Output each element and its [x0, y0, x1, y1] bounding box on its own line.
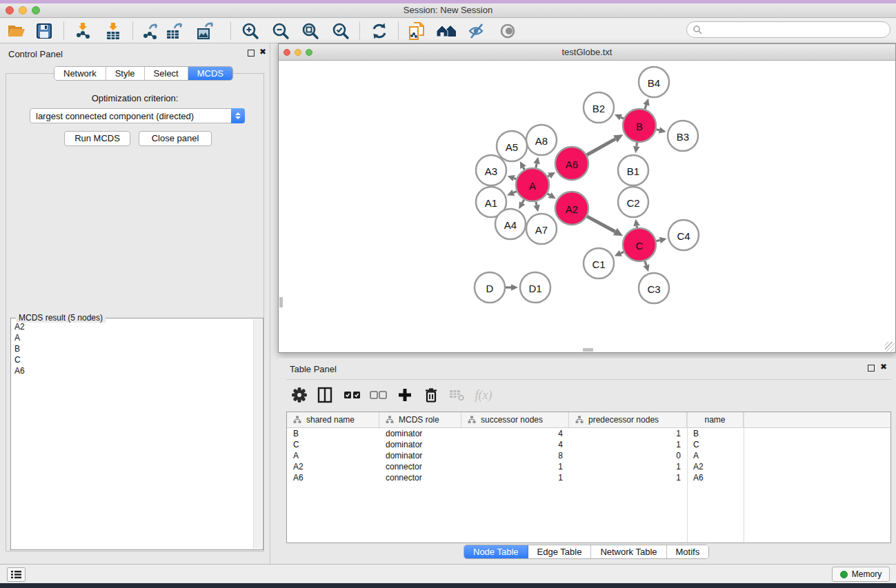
result-item[interactable]: A6 — [12, 365, 253, 376]
export-table-icon[interactable] — [162, 20, 186, 41]
table-cell[interactable]: 0 — [569, 450, 687, 461]
select-all-checkboxes-icon[interactable] — [341, 383, 364, 407]
table-cell[interactable]: 1 — [569, 439, 687, 450]
copy-network-document-icon[interactable] — [405, 20, 428, 41]
graph-edge-B-B2[interactable] — [621, 117, 624, 119]
table-row[interactable]: A6connector11A6 — [287, 472, 890, 483]
import-table-icon[interactable] — [101, 20, 125, 41]
column-header-successor-nodes[interactable]: successor nodes — [461, 412, 569, 427]
float-panel-icon[interactable] — [248, 50, 255, 57]
graph-edge-A-A6[interactable] — [548, 176, 550, 176]
table-cell[interactable]: dominator — [379, 428, 461, 439]
table-cell[interactable]: C — [687, 439, 744, 450]
export-network-icon[interactable] — [139, 20, 162, 41]
result-list-scrollbar[interactable] — [253, 319, 262, 549]
tab-network[interactable]: Network — [54, 67, 106, 80]
table-cell[interactable]: C — [287, 439, 379, 450]
table-cell[interactable]: connector — [379, 472, 461, 483]
table-cell[interactable]: dominator — [379, 450, 461, 461]
network-minimize-button[interactable] — [295, 49, 301, 56]
column-header-shared-name[interactable]: shared name — [287, 412, 379, 427]
run-mcds-button[interactable]: Run MCDS — [64, 131, 130, 146]
table-cell[interactable]: 1 — [461, 461, 569, 472]
add-row-icon[interactable] — [393, 383, 417, 407]
tab-mcds[interactable]: MCDS — [188, 67, 232, 80]
network-graph[interactable]: B4B2BB3A8A5A6A3B1AA1C2A2A4A7C4CC1C3DD1 — [279, 61, 895, 352]
save-icon[interactable] — [32, 20, 56, 41]
network-zoom-button[interactable] — [306, 49, 312, 56]
table-cell[interactable]: 4 — [461, 439, 569, 450]
column-header-predecessor-nodes[interactable]: predecessor nodes — [569, 412, 687, 427]
search-input[interactable] — [702, 23, 890, 36]
zoom-window-button[interactable] — [32, 6, 40, 14]
memory-button[interactable]: Memory — [832, 567, 890, 582]
close-panel-button[interactable]: Close panel — [139, 131, 212, 146]
graph-edge-A-A2[interactable] — [547, 194, 550, 195]
graph-edge-A2-C[interactable] — [587, 216, 615, 232]
open-folder-icon[interactable] — [5, 20, 28, 41]
home-icon[interactable] — [435, 20, 458, 41]
close-table-panel-icon[interactable]: ✖ — [880, 362, 887, 372]
close-panel-icon[interactable]: ✖ — [259, 47, 266, 57]
search-field[interactable] — [686, 21, 890, 38]
table-cell[interactable]: 1 — [569, 461, 687, 472]
network-close-button[interactable] — [283, 49, 290, 56]
float-table-panel-icon[interactable] — [868, 365, 875, 372]
graph-edge-C-C3[interactable] — [645, 261, 646, 265]
result-item[interactable]: C — [12, 354, 253, 365]
graph-edge-A6-B[interactable] — [587, 139, 615, 155]
table-cell[interactable]: 4 — [461, 428, 569, 439]
optimization-criterion-dropdown[interactable]: largest connected component (directed) — [30, 108, 245, 123]
network-vertical-scroll-thumb[interactable] — [279, 297, 283, 307]
result-item[interactable]: A2 — [12, 321, 253, 332]
table-cell[interactable]: A6 — [287, 472, 379, 483]
table-body[interactable]: Bdominator41BCdominator41CAdominator80AA… — [287, 428, 890, 543]
graph-edge-C-C1[interactable] — [621, 252, 624, 253]
tab-edge-table[interactable]: Edge Table — [528, 545, 592, 558]
network-canvas[interactable]: B4B2BB3A8A5A6A3B1AA1C2A2A4A7C4CC1C3DD1 — [279, 61, 895, 352]
refresh-icon[interactable] — [368, 20, 391, 41]
mcds-result-list[interactable]: A2ABCA6 — [12, 321, 253, 549]
table-row[interactable]: Adominator80A — [287, 450, 890, 461]
graph-edge-A-A5[interactable] — [524, 168, 525, 170]
column-header-mcds-role[interactable]: MCDS role — [379, 412, 461, 427]
graph-edge-A-A7[interactable] — [536, 201, 537, 205]
tab-style[interactable]: Style — [106, 67, 145, 80]
zoom-fit-icon[interactable] — [299, 20, 322, 41]
deselect-all-checkboxes-icon[interactable] — [367, 383, 390, 407]
graph-edge-A-A3[interactable] — [514, 179, 516, 179]
table-row[interactable]: Cdominator41C — [287, 439, 890, 450]
task-history-button[interactable] — [7, 567, 26, 582]
table-cell[interactable]: A6 — [687, 472, 744, 483]
hide-graphics-details-icon[interactable] — [466, 20, 489, 41]
delete-row-icon[interactable] — [419, 383, 443, 407]
table-cell[interactable]: A — [287, 450, 379, 461]
export-image-icon[interactable] — [193, 20, 217, 41]
table-cell[interactable]: A — [687, 450, 744, 461]
table-cell[interactable]: dominator — [379, 439, 461, 450]
table-cell[interactable]: 1 — [569, 428, 687, 439]
column-selector-icon[interactable] — [313, 383, 337, 407]
table-cell[interactable]: 8 — [461, 450, 569, 461]
table-cell[interactable]: 1 — [461, 472, 569, 483]
result-item[interactable]: B — [12, 343, 253, 354]
show-graphics-details-icon[interactable] — [496, 20, 519, 41]
zoom-selected-icon[interactable] — [329, 20, 352, 41]
graph-edge-B-B4[interactable] — [645, 105, 646, 109]
table-cell[interactable]: B — [287, 428, 379, 439]
close-window-button[interactable] — [6, 6, 14, 14]
table-row[interactable]: Bdominator41B — [287, 428, 890, 439]
graph-edge-A-A8[interactable] — [536, 163, 537, 168]
zoom-in-icon[interactable] — [239, 20, 262, 41]
table-cell[interactable]: B — [687, 428, 744, 439]
table-cell[interactable]: 1 — [569, 472, 687, 483]
table-cell[interactable]: A2 — [687, 461, 744, 472]
graph-edge-A-A4[interactable] — [522, 200, 524, 203]
tab-node-table[interactable]: Node Table — [464, 545, 528, 558]
zoom-out-icon[interactable] — [269, 20, 292, 41]
graph-edge-A-A1[interactable] — [513, 192, 517, 193]
window-resize-grip[interactable] — [885, 342, 895, 352]
settings-gear-icon[interactable] — [288, 383, 311, 407]
table-cell[interactable]: connector — [379, 461, 461, 472]
graph-edge-B-B1[interactable] — [637, 143, 637, 147]
